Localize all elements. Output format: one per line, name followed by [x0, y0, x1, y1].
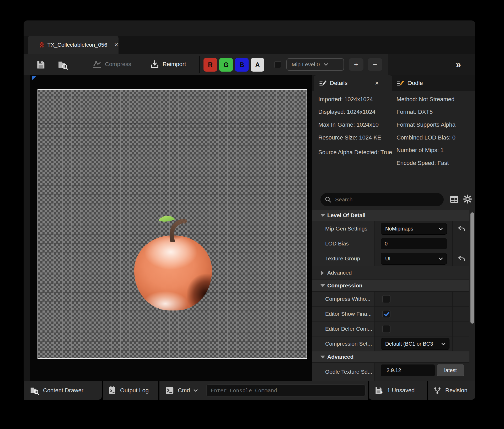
lod-bias-value: 0 [385, 241, 388, 247]
row-oodle-texture-sdk: Oodle Texture Sd... 2.9.12 latest [312, 363, 469, 381]
toolbar-separator [199, 56, 200, 73]
editor-show-final-label: Editor Show Fina... [325, 311, 372, 317]
tab-oodle[interactable]: Oodle [393, 75, 433, 91]
editor-defer-checkbox[interactable] [382, 325, 390, 333]
row-texture-group: Texture Group UI [312, 251, 469, 266]
console-command-input[interactable] [210, 387, 358, 394]
collapse-arrow-icon[interactable] [320, 284, 325, 287]
details-search[interactable] [320, 193, 444, 206]
section-level-of-detail[interactable]: Level Of Detail [312, 210, 469, 221]
save-button[interactable] [36, 60, 46, 71]
output-log-icon [108, 386, 116, 395]
blue-check-icon [383, 311, 390, 317]
oodle-version-input[interactable]: 2.9.12 [381, 364, 435, 376]
oodle-version-value: 2.9.12 [387, 367, 401, 373]
editor-show-final-checkbox[interactable] [382, 310, 390, 318]
details-tab-label: Details [330, 80, 347, 87]
column-divider [452, 336, 453, 351]
channel-green-button[interactable]: G [219, 58, 233, 72]
floppy-icon [36, 60, 46, 70]
row-editor-defer: Editor Defer Com... [312, 321, 469, 336]
unsaved-badge[interactable]: * 1 Unsaved [369, 381, 427, 400]
channel-green-label: G [223, 61, 228, 69]
asset-tab[interactable]: TX_CollectableIcon_056 ✕ [28, 36, 119, 54]
channel-red-button[interactable]: R [203, 58, 217, 72]
section-label: Advanced [327, 354, 353, 360]
property-label-cell: Texture Group [312, 251, 375, 266]
column-divider [452, 292, 453, 306]
reset-to-default-button[interactable] [457, 225, 466, 233]
lod-bias-input[interactable]: 0 [381, 238, 447, 249]
content-drawer-button[interactable]: Content Drawer [24, 381, 102, 400]
property-label-cell: LOD Bias [312, 236, 375, 251]
revision-control-button[interactable]: Revision [428, 381, 475, 400]
row-compression-settings: Compression Set... Default (BC1 or BC3 [312, 336, 469, 351]
browse-to-asset-button[interactable] [58, 60, 68, 71]
revision-branch-icon [433, 386, 442, 395]
chevron-down-icon [323, 63, 329, 66]
row-compress-without: Compress Witho... [312, 292, 469, 307]
mip-gen-settings-dropdown[interactable]: NoMipmaps [381, 223, 447, 235]
mip-level-checkbox[interactable] [274, 61, 281, 68]
row-editor-show-final: Editor Show Fina... [312, 307, 469, 321]
collapse-arrow-icon[interactable] [320, 214, 325, 217]
search-input[interactable] [335, 196, 430, 203]
texture-group-dropdown[interactable]: UI [381, 253, 447, 265]
compression-settings-dropdown[interactable]: Default (BC1 or BC3 [381, 338, 449, 350]
property-label-cell: Editor Defer Com... [312, 321, 375, 336]
screen: File Edit Asset Window Tools Help TX_Col… [0, 0, 504, 429]
double-chevron-icon: » [456, 59, 461, 70]
tab-close-icon[interactable]: ✕ [114, 42, 119, 48]
content-drawer-label: Content Drawer [43, 387, 83, 394]
reimport-button[interactable]: Reimport [150, 60, 186, 69]
column-divider [452, 307, 453, 321]
output-log-label: Output Log [120, 387, 149, 394]
output-log-button[interactable]: Output Log [103, 381, 158, 400]
content-drawer-icon [30, 386, 39, 395]
display-filter-grid-icon[interactable] [449, 195, 459, 204]
folder-search-icon [58, 60, 68, 70]
toolbar-overflow-button[interactable]: » [456, 59, 461, 70]
revision-label: Revision [445, 387, 467, 394]
compress-label: Compress [105, 61, 131, 68]
reimport-icon [150, 60, 159, 69]
settings-gear-icon[interactable] [463, 194, 473, 204]
latest-button[interactable]: latest [437, 364, 464, 376]
mip-level-value: Mip Level 0 [292, 61, 320, 68]
asset-tab-title: TX_CollectableIcon_056 [47, 42, 107, 48]
compress-icon [92, 60, 102, 69]
channel-blue-label: B [239, 61, 244, 69]
mip-plus-button[interactable]: + [349, 58, 363, 71]
mip-minus-button[interactable]: − [368, 58, 382, 71]
channel-blue-button[interactable]: B [235, 58, 249, 72]
reset-to-default-button[interactable] [457, 255, 466, 263]
compress-without-checkbox[interactable] [382, 295, 390, 303]
search-icon [325, 196, 331, 203]
mip-gen-settings-label: Mip Gen Settings [325, 226, 367, 232]
details-tab-close-icon[interactable]: ✕ [375, 80, 379, 86]
compress-button[interactable]: Compress [92, 60, 131, 69]
section-compression[interactable]: Compression [312, 280, 469, 292]
info-lod-bias-combined: Combined LOD Bias: 0 [396, 134, 455, 141]
info-num-mips: Number of Mips: 1 [396, 147, 444, 154]
console-command-box[interactable] [206, 384, 366, 396]
section-advanced[interactable]: Advanced [312, 351, 469, 363]
toolbar-right-zone [388, 54, 475, 75]
details-scrollbar[interactable] [470, 212, 474, 324]
expand-arrow-icon[interactable] [321, 271, 324, 275]
cmd-chevron-down-icon[interactable] [193, 389, 198, 392]
channel-alpha-button[interactable]: A [251, 58, 264, 72]
terminal-icon [165, 386, 174, 395]
viewport-corner-marker [32, 76, 36, 80]
collapse-arrow-icon[interactable] [320, 356, 325, 358]
row-advanced-lod[interactable]: Advanced [312, 266, 469, 280]
property-label-cell: Compression Set... [312, 336, 375, 351]
tab-details[interactable]: Details ✕ [314, 75, 392, 91]
toolbar-separator [79, 56, 79, 73]
mip-level-dropdown[interactable]: Mip Level 0 [286, 58, 344, 71]
row-mip-gen-settings: Mip Gen Settings NoMipmaps [312, 221, 469, 236]
section-label: Compression [327, 282, 362, 289]
svg-text:*: * [380, 390, 383, 395]
texture-group-label: Texture Group [325, 255, 360, 262]
channel-red-label: R [208, 61, 213, 69]
